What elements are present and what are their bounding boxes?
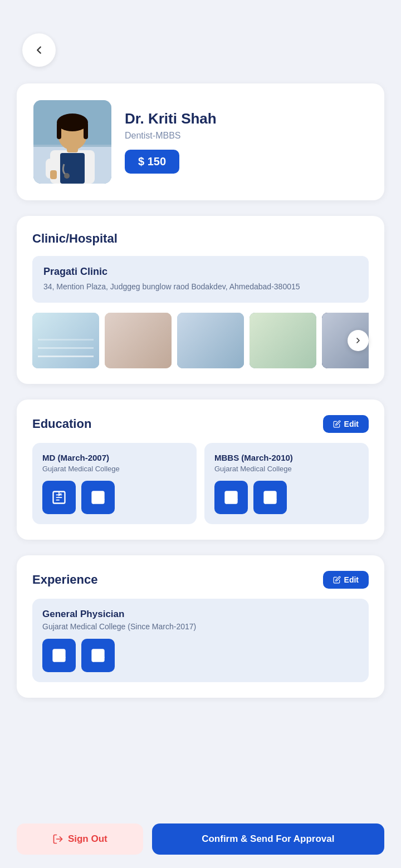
doctor-info: Dr. Kriti Shah Dentist-MBBS $ 150 (125, 110, 368, 174)
price-badge: $ 150 (125, 150, 179, 174)
experience-section-title: Experience (32, 573, 97, 587)
svg-point-43 (297, 323, 308, 334)
edu-degree: MD (March-2007) (42, 453, 187, 462)
svg-rect-34 (188, 345, 233, 352)
svg-rect-17 (74, 341, 91, 352)
svg-rect-42 (254, 323, 273, 334)
svg-point-57 (56, 652, 58, 654)
svg-point-35 (191, 322, 202, 334)
clinic-gallery (32, 313, 369, 368)
exp-title: General Physician (42, 609, 359, 620)
edu-college: Gujarat Medical College (42, 465, 187, 473)
svg-rect-12 (50, 170, 57, 179)
svg-rect-29 (133, 336, 138, 353)
svg-point-33 (222, 336, 233, 348)
education-card: MBBS (March-2010) Gujarat Medical Colleg… (204, 443, 369, 524)
back-button[interactable] (22, 33, 56, 67)
edu-doc-btn-3[interactable] (214, 481, 248, 514)
experience-card: General Physician Gujarat Medical Colleg… (32, 599, 369, 682)
edu-docs-row (42, 481, 187, 514)
svg-rect-16 (55, 341, 71, 352)
svg-rect-25 (141, 329, 163, 357)
edu-doc-btn-1[interactable] (42, 481, 76, 514)
svg-point-26 (120, 319, 134, 334)
svg-rect-40 (255, 345, 305, 352)
exp-doc-btn-2[interactable] (81, 639, 115, 672)
clinic-info-box: Pragati Clinic 34, Mention Plaza, Judgge… (32, 256, 369, 303)
education-card: MD (March-2007) Gujarat Medical College (32, 443, 197, 524)
education-edit-button[interactable]: Edit (323, 415, 369, 433)
clinic-address: 34, Mention Plaza, Judggeg bunglow raod … (43, 281, 358, 293)
edu-doc-btn-4[interactable] (253, 481, 287, 514)
clinic-section-title: Clinic/Hospital (32, 231, 118, 246)
svg-rect-36 (189, 334, 204, 355)
svg-rect-8 (57, 122, 61, 139)
svg-rect-14 (32, 346, 99, 368)
edu-docs-row (214, 481, 359, 514)
svg-rect-18 (35, 349, 52, 353)
edu-doc-btn-2[interactable] (81, 481, 115, 514)
doctor-avatar (33, 100, 111, 184)
svg-rect-21 (32, 329, 99, 332)
clinic-section-header: Clinic/Hospital (32, 231, 369, 246)
svg-rect-32 (188, 343, 233, 357)
exp-doc-btn-1[interactable] (42, 639, 76, 672)
svg-rect-41 (252, 321, 275, 338)
svg-point-51 (95, 494, 97, 496)
doctor-card: Dr. Kriti Shah Dentist-MBBS $ 150 (17, 83, 384, 200)
svg-point-39 (286, 336, 297, 347)
svg-rect-28 (116, 336, 121, 353)
svg-rect-9 (84, 122, 88, 139)
svg-rect-20 (74, 349, 91, 353)
svg-point-7 (57, 114, 88, 131)
education-cards-row: MD (March-2007) Gujarat Medical College (32, 443, 369, 524)
edu-degree: MBBS (March-2010) (214, 453, 359, 462)
svg-rect-44 (295, 334, 310, 355)
education-section: Education Edit MD (March-2007) Gujarat M… (17, 400, 384, 540)
gallery-item[interactable] (105, 313, 172, 368)
svg-rect-22 (32, 313, 99, 329)
svg-point-53 (228, 494, 230, 496)
svg-rect-13 (32, 313, 99, 368)
doctor-name: Dr. Kriti Shah (125, 110, 368, 127)
experience-edit-label: Edit (344, 575, 359, 584)
svg-point-59 (95, 652, 97, 654)
exp-docs-row (42, 639, 359, 672)
svg-rect-27 (119, 334, 135, 359)
education-section-header: Education Edit (32, 415, 369, 433)
sign-out-button[interactable]: Sign Out (17, 823, 143, 855)
gallery-row (32, 313, 369, 368)
sign-out-label: Sign Out (68, 834, 107, 845)
clinic-section: Clinic/Hospital Pragati Clinic 34, Menti… (17, 216, 384, 384)
svg-point-55 (267, 494, 269, 496)
svg-rect-31 (177, 346, 244, 368)
gallery-next-button[interactable] (348, 330, 369, 351)
experience-edit-button[interactable]: Edit (323, 571, 369, 589)
clinic-name: Pragati Clinic (43, 266, 358, 278)
svg-rect-37 (250, 313, 316, 368)
confirm-send-button[interactable]: Confirm & Send For Approval (152, 823, 384, 855)
svg-rect-30 (177, 313, 244, 368)
education-edit-label: Edit (344, 420, 359, 428)
confirm-label: Confirm & Send For Approval (202, 834, 334, 844)
svg-rect-15 (35, 341, 52, 352)
gallery-item[interactable] (32, 313, 99, 368)
experience-section: Experience Edit General Physician Gujara… (17, 555, 384, 698)
exp-subtitle: Gujarat Medical College (Since March-201… (42, 622, 359, 631)
svg-rect-24 (138, 324, 166, 368)
edu-college: Gujarat Medical College (214, 465, 359, 473)
svg-point-10 (64, 173, 70, 179)
svg-rect-23 (105, 313, 172, 368)
education-section-title: Education (32, 417, 91, 431)
svg-rect-19 (55, 349, 71, 353)
gallery-item[interactable] (250, 313, 316, 368)
gallery-item[interactable] (177, 313, 244, 368)
bottom-bar: Sign Out Confirm & Send For Approval (0, 815, 401, 868)
svg-rect-38 (255, 343, 305, 357)
experience-section-header: Experience Edit (32, 571, 369, 589)
doctor-specialty: Dentist-MBBS (125, 131, 368, 141)
